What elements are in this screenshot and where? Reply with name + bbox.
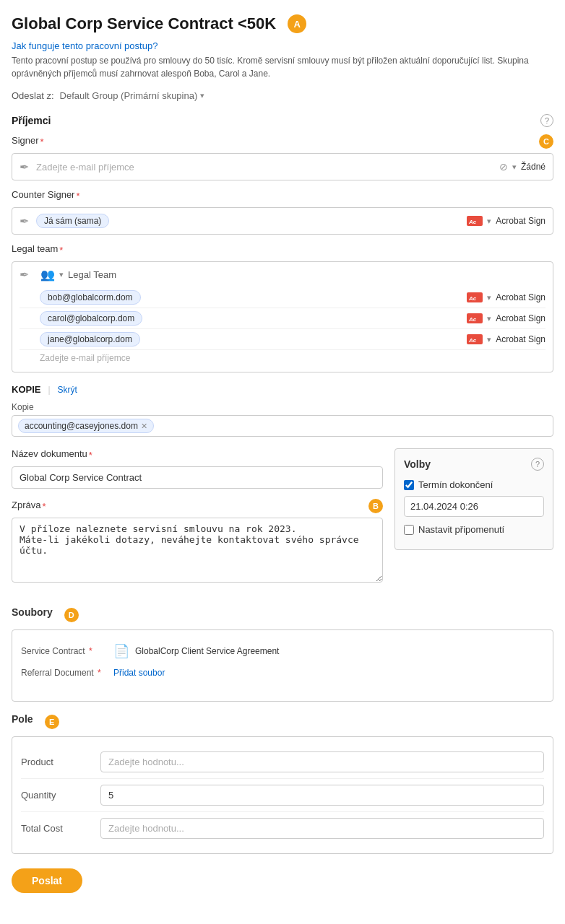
legal-team-new-email[interactable]: Zadejte e-mail příjemce [20, 350, 545, 366]
counter-signer-sign-type: Acrobat Sign [496, 216, 545, 226]
workflow-description: Tento pracovní postup se používá pro sml… [12, 54, 553, 80]
member-chevron-2: ▾ [487, 314, 491, 323]
signer-pen-icon: ✒ [20, 160, 29, 174]
field-row-quantity: Quantity [21, 779, 544, 812]
files-section: Soubory D Service Contract * 📄 GlobalCor… [12, 606, 553, 702]
svg-text:Ac: Ac [468, 219, 477, 225]
legal-team-header: ✒ 👥 ▾ Legal Team [20, 268, 545, 282]
counter-sign-chevron: ▾ [487, 217, 491, 226]
member-acrobat-sign-icon-2: Ac [467, 313, 483, 323]
recipients-help-icon[interactable]: ? [540, 114, 553, 127]
options-box: Volby ? Termín dokončení Nastavit připom… [394, 448, 553, 550]
legal-team-required: * [59, 245, 63, 256]
message-textarea[interactable] [12, 518, 383, 583]
legal-team-block: ✒ 👥 ▾ Legal Team bob@globalcorm.dom Ac ▾… [12, 261, 553, 372]
chevron-down-icon: ▾ [200, 91, 204, 100]
badge-b: B [368, 499, 383, 513]
member-acrobat-sign-icon-3: Ac [467, 334, 483, 344]
member-sign-type-1: Acrobat Sign [496, 292, 545, 302]
send-from-dropdown[interactable]: Default Group (Primární skupina) ▾ [60, 90, 205, 101]
workflow-question[interactable]: Jak funguje tento pracovní postup? [12, 40, 553, 51]
field-name-totalcost: Total Cost [21, 823, 93, 834]
fields-section: Pole E Product Quantity Total Cost [12, 713, 553, 854]
signer-required: * [40, 136, 44, 147]
member-acrobat-sign-icon-1: Ac [467, 292, 483, 302]
kopie-hide-link[interactable]: Skrýt [58, 385, 77, 395]
svg-text:Ac: Ac [468, 337, 477, 344]
legal-team-member-row: bob@globalcorm.dom Ac ▾ Acrobat Sign [20, 287, 545, 308]
member-chevron-1: ▾ [487, 293, 491, 302]
field-input-product[interactable] [100, 751, 544, 772]
signer-email-input[interactable]: Zadejte e-mail příjemce [36, 162, 499, 173]
document-name-label: Název dokumentu [12, 448, 87, 459]
document-name-required: * [89, 450, 92, 461]
legal-team-member-row: jane@globalcorp.dom Ac ▾ Acrobat Sign [20, 329, 545, 350]
recipients-section-header: Příjemci ? [12, 114, 553, 127]
member-sign-type-2: Acrobat Sign [496, 313, 545, 323]
legal-team-label: Legal team [12, 243, 58, 254]
no-sign-icon: ⊘ [499, 161, 508, 173]
legal-team-name: Legal Team [68, 269, 116, 280]
sign-type-chevron: ▾ [512, 162, 517, 172]
field-input-totalcost[interactable] [100, 818, 544, 839]
legal-team-member-row: carol@globalcorp.dom Ac ▾ Acrobat Sign [20, 308, 545, 329]
send-button[interactable]: Poslat [12, 868, 82, 893]
kopie-title: KOPIE [12, 384, 40, 395]
completion-deadline-checkbox[interactable] [404, 480, 414, 490]
files-box: Service Contract * 📄 GlobalCorp Client S… [12, 629, 553, 702]
svg-text:Ac: Ac [468, 295, 477, 302]
field-input-quantity[interactable] [100, 785, 544, 806]
recipients-title: Příjemci [12, 115, 51, 126]
file-row-1: Service Contract * 📄 GlobalCorp Client S… [21, 639, 544, 663]
file-label-2: Referral Document * [21, 668, 108, 678]
options-title: Volby [404, 458, 431, 470]
options-help-icon[interactable]: ? [531, 458, 544, 471]
counter-signer-row: ✒ Já sám (sama) Ac ▾ Acrobat Sign [12, 207, 553, 235]
member-tag-jane: jane@globalcorp.dom [40, 332, 140, 346]
counter-signer-tag: Já sám (sama) [36, 214, 109, 228]
kopie-input-row[interactable]: accounting@caseyjones.dom ✕ [12, 415, 553, 437]
field-name-product: Product [21, 757, 93, 767]
kopie-email-tag: accounting@caseyjones.dom ✕ [18, 419, 154, 433]
badge-d: D [64, 608, 79, 622]
kopie-email-value: accounting@caseyjones.dom [25, 421, 138, 431]
badge-c: C [539, 134, 553, 149]
fields-box: Product Quantity Total Cost [12, 736, 553, 854]
field-name-quantity: Quantity [21, 790, 93, 801]
member-sign-type-3: Acrobat Sign [496, 334, 545, 344]
counter-signer-pen-icon: ✒ [20, 214, 29, 228]
message-label: Zpráva [12, 500, 40, 510]
completion-deadline-label: Termín dokončení [418, 479, 493, 490]
file-doc-icon: 📄 [113, 643, 129, 659]
message-required: * [42, 501, 46, 512]
file-label-1: Service Contract * [21, 646, 108, 656]
counter-signer-required: * [76, 191, 79, 201]
signer-label: Signer [12, 135, 39, 146]
signer-row: ✒ Zadejte e-mail příjemce ⊘ ▾ Žádné [12, 153, 553, 180]
document-name-input[interactable] [12, 466, 383, 489]
field-row-totalcost: Total Cost [21, 812, 544, 845]
legal-team-group-icon: 👥 [40, 268, 55, 282]
kopie-section: KOPIE | Skrýt Kopie accounting@caseyjone… [12, 384, 553, 437]
legal-team-chevron: ▾ [59, 270, 64, 279]
counter-signer-label: Counter Signer [12, 189, 74, 200]
signer-sign-type: Žádné [521, 162, 545, 172]
acrobat-sign-icon: Ac [467, 216, 483, 226]
field-row-product: Product [21, 746, 544, 779]
legal-team-pen-icon: ✒ [20, 268, 29, 282]
file-name-1: GlobalCorp Client Service Agreement [135, 646, 544, 656]
reminder-checkbox[interactable] [404, 525, 414, 535]
member-chevron-3: ▾ [487, 335, 491, 344]
reminder-label: Nastavit připomenutí [418, 524, 504, 535]
svg-text:Ac: Ac [468, 316, 477, 323]
kopie-tag-remove[interactable]: ✕ [141, 422, 147, 431]
file-row-2: Referral Document * Přidat soubor [21, 663, 544, 682]
member-tag-bob: bob@globalcorm.dom [40, 290, 141, 305]
deadline-input[interactable] [404, 496, 544, 517]
badge-e: E [45, 715, 59, 729]
send-from-value: Default Group (Primární skupina) [60, 90, 198, 101]
add-file-link[interactable]: Přidat soubor [113, 668, 165, 678]
badge-a: A [288, 14, 306, 33]
files-title: Soubory [12, 606, 53, 618]
kopie-label: Kopie [12, 402, 553, 412]
